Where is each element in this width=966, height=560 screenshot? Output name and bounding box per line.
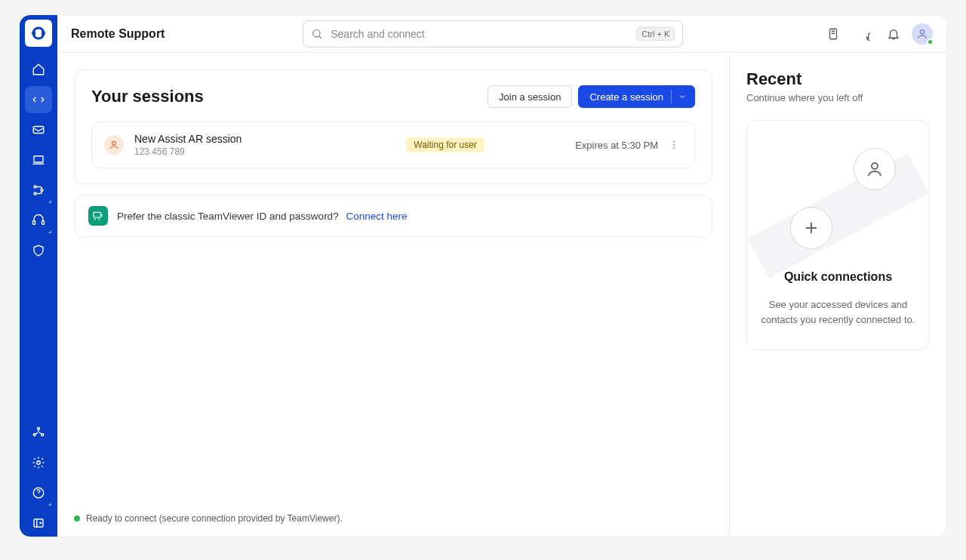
quick-connections-title: Quick connections: [784, 270, 892, 284]
app-logo[interactable]: [25, 20, 52, 47]
connect-here-link[interactable]: Connect here: [346, 211, 407, 222]
svg-point-20: [673, 147, 675, 149]
svg-point-18: [673, 141, 675, 143]
svg-rect-21: [94, 212, 100, 217]
recent-title: Recent: [746, 69, 930, 89]
create-session-label: Create a session: [589, 91, 663, 103]
classic-connect-icon: [88, 206, 108, 226]
session-more-button[interactable]: [666, 137, 682, 153]
illustration-plus-icon: [790, 207, 832, 249]
svg-point-5: [41, 189, 43, 192]
nav-home[interactable]: [25, 56, 52, 83]
sessions-card: Your sessions Join a session Create a se…: [74, 69, 712, 184]
svg-point-16: [920, 29, 924, 33]
page-title: Remote Support: [71, 27, 165, 41]
session-status-badge: Waiting for user: [406, 137, 485, 152]
join-session-button[interactable]: Join a session: [488, 85, 572, 108]
classic-connect-text: Prefer the classic TeamViewer ID and pas…: [117, 211, 407, 222]
search-input[interactable]: [331, 28, 629, 40]
session-id: 123 456 789: [134, 146, 315, 157]
session-row[interactable]: New Assist AR session 123 456 789 Waitin…: [91, 122, 695, 168]
nav-workflows[interactable]: [25, 177, 52, 204]
svg-point-4: [34, 192, 36, 195]
session-expires: Expires at 5:30 PM: [575, 140, 658, 151]
chat-icon[interactable]: [851, 22, 875, 46]
quick-connections-desc: See your accessed devices and contacts y…: [761, 297, 915, 327]
nav-security[interactable]: [25, 237, 52, 264]
sessions-title: Your sessions: [91, 87, 204, 106]
sidebar: [20, 15, 57, 537]
nav-support[interactable]: [25, 207, 52, 234]
quick-connections-illustration: [763, 143, 914, 257]
svg-rect-1: [33, 127, 44, 134]
session-icon: [104, 135, 124, 155]
status-bar: Ready to connect (secure connection prov…: [57, 511, 359, 526]
nav-devices[interactable]: [25, 146, 52, 174]
create-session-dropdown[interactable]: [678, 92, 694, 101]
user-icon: [109, 140, 119, 150]
nav-messaging[interactable]: [25, 116, 52, 143]
user-avatar[interactable]: [912, 23, 933, 45]
session-name: New Assist AR session: [134, 133, 315, 145]
notifications-icon[interactable]: [881, 22, 906, 46]
user-icon: [866, 160, 884, 178]
search-shortcut: Ctrl + K: [636, 27, 675, 41]
svg-point-14: [313, 29, 320, 36]
svg-rect-2: [34, 156, 43, 162]
svg-point-8: [38, 427, 40, 429]
nav-settings[interactable]: [25, 449, 52, 476]
svg-point-19: [673, 144, 675, 146]
header: Remote Support Ctrl + K: [57, 15, 946, 53]
quick-connections-card: Quick connections See your accessed devi…: [746, 120, 930, 350]
svg-point-17: [112, 141, 116, 145]
search-box[interactable]: Ctrl + K: [303, 20, 683, 48]
svg-rect-7: [42, 221, 45, 225]
more-vertical-icon: [669, 140, 679, 150]
center-column: Your sessions Join a session Create a se…: [57, 53, 729, 537]
feedback-icon[interactable]: [821, 22, 845, 46]
recent-panel: Recent Continue where you left off Quick…: [729, 53, 946, 537]
status-indicator: [74, 515, 80, 522]
connect-icon: [92, 210, 104, 222]
svg-rect-6: [33, 221, 35, 225]
status-text: Ready to connect (secure connection prov…: [86, 513, 343, 524]
svg-point-3: [34, 186, 36, 188]
illustration-user-icon: [854, 148, 896, 190]
chevron-down-icon: [678, 92, 687, 101]
create-session-button[interactable]: Create a session: [578, 85, 695, 108]
nav-remote-support[interactable]: [25, 86, 52, 113]
classic-connect-card: Prefer the classic TeamViewer ID and pas…: [74, 195, 712, 237]
svg-point-22: [872, 163, 878, 169]
nav-integrations[interactable]: [25, 419, 52, 446]
nav-secondary-group: [20, 419, 57, 537]
nav-help[interactable]: [25, 479, 52, 506]
svg-rect-15: [830, 29, 837, 39]
recent-subtitle: Continue where you left off: [746, 92, 930, 103]
svg-point-11: [37, 461, 41, 465]
content-row: Your sessions Join a session Create a se…: [57, 53, 946, 537]
presence-dot: [927, 38, 934, 45]
nav-collapse[interactable]: [25, 509, 52, 537]
plus-icon: [802, 219, 820, 237]
search-icon: [311, 28, 323, 40]
nav-primary-group: [20, 56, 57, 264]
main-area: Remote Support Ctrl + K: [57, 15, 946, 537]
